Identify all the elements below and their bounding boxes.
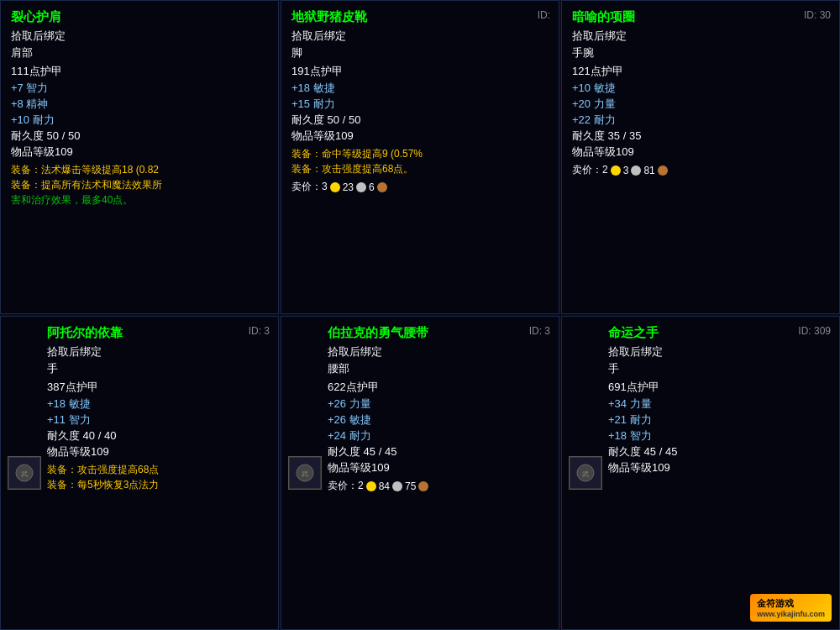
item-durability: 耐久度 50 / 50 (291, 113, 549, 128)
item-bind: 拾取后绑定 (11, 29, 268, 44)
item-stat: +22 耐力 (572, 113, 829, 128)
item-level: 物品等级109 (572, 144, 829, 160)
item-icon: 武 (288, 456, 322, 490)
item-id-label: ID: (538, 9, 550, 21)
item-icon: 武 (8, 456, 41, 490)
item-armor: 387点护甲 (47, 380, 268, 395)
item-slot: 手 (608, 361, 829, 376)
item-card-1: 裂心护肩拾取后绑定肩部111点护甲+7 智力+8 精神+10 耐力耐久度 50 … (0, 0, 279, 314)
item-enchant: 装备：攻击强度提高68点 (47, 463, 268, 477)
item-stat: +18 敏捷 (291, 81, 549, 96)
item-slot: 手腕 (572, 45, 829, 60)
gold-coin-icon (366, 481, 376, 491)
item-stat: +20 力量 (572, 97, 829, 112)
item-icon: 武 (569, 456, 602, 490)
copper-coin-icon (418, 481, 428, 491)
item-name: 暗喻的项圈 (572, 9, 829, 25)
item-name: 命运之手 (608, 325, 829, 341)
item-stat: +26 敏捷 (328, 412, 549, 428)
copper-coin-icon (377, 182, 387, 192)
gold-coin-icon (330, 182, 340, 192)
item-level: 物品等级109 (47, 444, 268, 459)
item-price: 卖价：3 23 6 (291, 180, 549, 194)
item-card-4: 武 阿托尔的依靠ID: 3拾取后绑定手387点护甲+18 敏捷+11 智力耐久度… (0, 316, 279, 630)
item-enchant: 装备：攻击强度提高68点。 (291, 162, 549, 176)
item-stat: +7 智力 (11, 81, 268, 96)
item-enchant: 装备：法术爆击等级提高18 (0.82 (11, 163, 268, 177)
silver-coin-icon (356, 182, 366, 192)
item-card-6: 武 命运之手ID: 309拾取后绑定手691点护甲+34 力量+21 耐力+18… (561, 316, 840, 630)
item-durability: 耐久度 50 / 50 (11, 129, 268, 144)
item-id-label: ID: 309 (798, 325, 831, 337)
item-level: 物品等级109 (608, 460, 829, 475)
item-armor: 121点护甲 (572, 64, 829, 79)
copper-coin-icon (658, 165, 668, 176)
item-durability: 耐久度 45 / 45 (608, 444, 829, 459)
silver-coin-icon (392, 481, 402, 491)
item-card-2: 地狱野猪皮靴ID:拾取后绑定脚191点护甲+18 敏捷+15 耐力耐久度 50 … (281, 0, 559, 314)
item-stat: +10 耐力 (11, 113, 268, 128)
brand-name: 金符游戏 (757, 597, 825, 610)
item-armor: 111点护甲 (11, 64, 268, 79)
svg-text:武: 武 (582, 470, 589, 478)
svg-text:武: 武 (21, 470, 28, 478)
item-slot: 肩部 (11, 45, 268, 60)
item-bind: 拾取后绑定 (328, 344, 549, 360)
item-armor: 691点护甲 (608, 380, 829, 395)
item-stat: +11 智力 (47, 412, 268, 428)
watermark: 金符游戏 www.yikajinfu.com (750, 594, 832, 622)
item-id-label: ID: 3 (249, 325, 270, 337)
item-durability: 耐久度 45 / 45 (328, 444, 549, 459)
item-slot: 腰部 (328, 361, 549, 376)
item-stat: +21 耐力 (608, 412, 829, 428)
item-card-5: 武 伯拉克的勇气腰带ID: 3拾取后绑定腰部622点护甲+26 力量+26 敏捷… (281, 316, 559, 630)
item-durability: 耐久度 35 / 35 (572, 129, 829, 144)
svg-text:武: 武 (302, 470, 308, 478)
item-enchant: 装备：每5秒恢复3点法力 (47, 478, 268, 492)
item-enchant: 装备：提高所有法术和魔法效果所 (11, 178, 268, 192)
item-slot: 脚 (291, 45, 549, 60)
item-enchant: 害和治疗效果，最多40点。 (11, 193, 268, 207)
item-level: 物品等级109 (11, 144, 268, 160)
item-stat: +24 耐力 (328, 428, 549, 444)
brand-url: www.yikajinfu.com (757, 610, 825, 618)
item-armor: 191点护甲 (291, 64, 549, 79)
item-stat: +10 敏捷 (572, 81, 829, 96)
silver-coin-icon (631, 165, 641, 176)
item-bind: 拾取后绑定 (291, 29, 549, 44)
item-stat: +18 敏捷 (47, 396, 268, 412)
item-id-label: ID: 3 (529, 325, 550, 337)
item-name: 地狱野猪皮靴 (291, 9, 549, 25)
item-stat: +34 力量 (608, 396, 829, 412)
item-stat: +8 精神 (11, 97, 268, 112)
item-name: 裂心护肩 (11, 9, 268, 25)
item-bind: 拾取后绑定 (47, 344, 268, 360)
item-stat: +26 力量 (328, 396, 549, 412)
item-bind: 拾取后绑定 (572, 29, 829, 44)
item-slot: 手 (47, 361, 268, 376)
item-stat: +15 耐力 (291, 97, 549, 112)
item-name: 阿托尔的依靠 (47, 325, 268, 341)
item-level: 物品等级109 (291, 129, 549, 144)
item-armor: 622点护甲 (328, 380, 549, 395)
item-enchant: 装备：命中等级提高9 (0.57% (291, 147, 549, 161)
item-durability: 耐久度 40 / 40 (47, 428, 268, 444)
item-price: 卖价：2 3 81 (572, 163, 829, 177)
item-name: 伯拉克的勇气腰带 (328, 325, 549, 341)
item-id-label: ID: 30 (804, 9, 831, 21)
item-price: 卖价：2 84 75 (328, 479, 549, 493)
item-level: 物品等级109 (328, 460, 549, 475)
item-bind: 拾取后绑定 (608, 344, 829, 360)
gold-coin-icon (611, 165, 621, 176)
item-card-3: 暗喻的项圈ID: 30拾取后绑定手腕121点护甲+10 敏捷+20 力量+22 … (561, 0, 840, 314)
item-stat: +18 智力 (608, 428, 829, 444)
